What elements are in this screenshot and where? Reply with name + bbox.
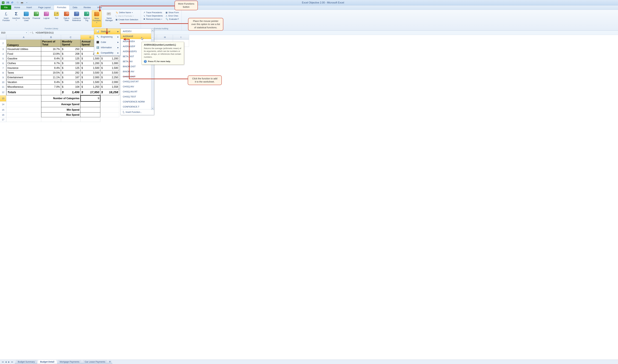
cell[interactable]: 8.4% (41, 66, 61, 70)
tab-review[interactable]: Review (80, 5, 94, 10)
function-item-confidence-t[interactable]: CONFIDENCE.T (121, 104, 151, 109)
cell[interactable]: $1,500 (100, 66, 119, 70)
cell[interactable]: 11.1% (41, 75, 61, 80)
scroll-up-icon[interactable]: ▲ (151, 29, 154, 32)
row-header[interactable]: 10 (0, 80, 6, 85)
tab-home[interactable]: Home (11, 5, 23, 10)
cell[interactable]: Min Spend (41, 107, 80, 113)
cell[interactable]: Gasoline (6, 56, 41, 61)
cell[interactable] (61, 117, 80, 122)
cell[interactable]: $3,500 (100, 70, 119, 75)
cell[interactable]: $1,558 (100, 85, 119, 89)
col-header-h[interactable]: H (157, 35, 173, 39)
cell[interactable]: Max Spend (41, 113, 80, 117)
cell[interactable]: Clothes (6, 61, 41, 66)
financial-button[interactable]: $Financial (31, 10, 41, 27)
function-item-chisq-dist[interactable]: CHISQ.DIST (121, 74, 151, 79)
function-item-chisq-test[interactable]: CHISQ.TEST (121, 94, 151, 99)
row-header[interactable]: 15 (0, 107, 6, 113)
cell[interactable]: $18,258 (100, 89, 119, 95)
scrollbar[interactable]: ▲ ▼ (151, 29, 154, 110)
file-tab[interactable]: File (1, 5, 11, 10)
function-item-binom-dist[interactable]: BINOM.DIST (121, 64, 151, 69)
cell[interactable] (41, 117, 61, 122)
cell[interactable] (100, 95, 119, 102)
create-from-selection-button[interactable]: ▦Create from Selection (116, 18, 138, 21)
tab-data[interactable]: Data (69, 5, 80, 10)
row-header[interactable]: 14 (0, 102, 6, 107)
logical-button[interactable]: ?Logical (41, 10, 51, 27)
save-icon[interactable] (6, 1, 10, 5)
row-header[interactable]: 16 (0, 113, 6, 117)
cell[interactable]: $1,250 (80, 85, 100, 89)
cell[interactable]: Taxes (6, 70, 41, 75)
cancel-icon[interactable]: ✖ (30, 31, 31, 34)
autosum-button[interactable]: ΣAutoSum▾ (11, 10, 21, 27)
cell[interactable]: 7.0% (41, 85, 61, 89)
more-functions-button[interactable]: More Functions▾ (92, 10, 102, 27)
cell[interactable]: 6.7% (41, 61, 61, 66)
cell[interactable]: 19.5% (41, 70, 61, 75)
cell[interactable]: Vacation (6, 80, 41, 85)
scroll-down-icon[interactable]: ▼ (151, 107, 154, 110)
function-item-avedev[interactable]: AVEDEV (121, 29, 151, 34)
function-item-chisq-dist-rt[interactable]: CHISQ.DIST.RT (121, 79, 151, 84)
cell[interactable]: $1,200 (100, 56, 119, 61)
row-header[interactable]: 6 (0, 61, 6, 66)
cell[interactable]: $104 (61, 85, 80, 89)
cell[interactable]: 13.9% (41, 52, 61, 56)
cell[interactable]: 8.4% (41, 80, 61, 85)
cell-selected[interactable]: 9 (80, 95, 100, 102)
print-icon[interactable] (20, 1, 24, 5)
cell[interactable]: $167 (61, 75, 80, 80)
math-button[interactable]: θMath & Trig (82, 10, 92, 27)
cell[interactable]: 16.7% (41, 47, 61, 52)
cell[interactable]: $1,500 (80, 56, 100, 61)
cell[interactable]: Entertainment (6, 75, 41, 80)
cell[interactable] (100, 107, 119, 113)
cell[interactable]: $3,500 (80, 70, 100, 75)
col-header-b[interactable]: B (41, 35, 61, 39)
name-manager-button[interactable]: Name Manager (104, 10, 114, 30)
recently-used-button[interactable]: Recently Used (21, 10, 31, 27)
row-header[interactable]: 17 (0, 117, 6, 122)
cell[interactable]: $1,200 (80, 61, 100, 66)
function-item-binom-inv[interactable]: BINOM.INV (121, 69, 151, 74)
cell[interactable] (100, 102, 119, 107)
row-header[interactable]: 2 (0, 39, 6, 47)
cell[interactable]: $1,500 (80, 66, 100, 70)
cell[interactable]: $125 (61, 80, 80, 85)
col-header-c[interactable]: C (61, 35, 80, 39)
menu-item-compatibility[interactable]: ⚠️Compatibility▶ (94, 50, 120, 55)
cell[interactable] (6, 107, 41, 113)
show-formulas-button[interactable]: ▦Show Form (166, 11, 179, 14)
cell[interactable] (100, 113, 119, 117)
cell[interactable]: $2,000 (100, 80, 119, 85)
cell[interactable]: $125 (61, 56, 80, 61)
fx-icon[interactable]: fx (32, 31, 33, 34)
cell[interactable] (6, 113, 41, 117)
cell[interactable]: Insurance (6, 66, 41, 70)
undo-icon[interactable] (10, 1, 15, 5)
select-all-corner[interactable] (0, 35, 6, 39)
cell[interactable] (41, 89, 61, 95)
remove-arrows-button[interactable]: ✖Remove Arrows ▾ (144, 18, 163, 20)
tab-formulas[interactable]: Formulas (54, 5, 69, 10)
cell[interactable]: Household Utilities (6, 47, 41, 52)
row-header[interactable]: 7 (0, 66, 6, 70)
cell[interactable] (80, 117, 100, 122)
cell[interactable]: $1,000 (100, 61, 119, 66)
row-header[interactable]: 9 (0, 75, 6, 80)
text-button[interactable]: AText (52, 10, 61, 27)
tab-insert[interactable]: Insert (23, 5, 35, 10)
menu-item-engineering[interactable]: 🔧Engineering▶ (94, 34, 120, 39)
function-item-chisq-inv[interactable]: CHISQ.INV (121, 84, 151, 89)
excel-icon[interactable]: X (1, 1, 5, 5)
datetime-button[interactable]: Date & Time (62, 10, 71, 27)
row-header[interactable]: 5 (0, 56, 6, 61)
col-header-a[interactable]: A (6, 35, 41, 39)
cell[interactable]: $17,950 (80, 89, 100, 95)
chevron-down-icon[interactable]: ▾ (26, 32, 27, 33)
name-box[interactable]: D13▾ (0, 30, 28, 35)
row-header[interactable]: 11 (0, 85, 6, 89)
